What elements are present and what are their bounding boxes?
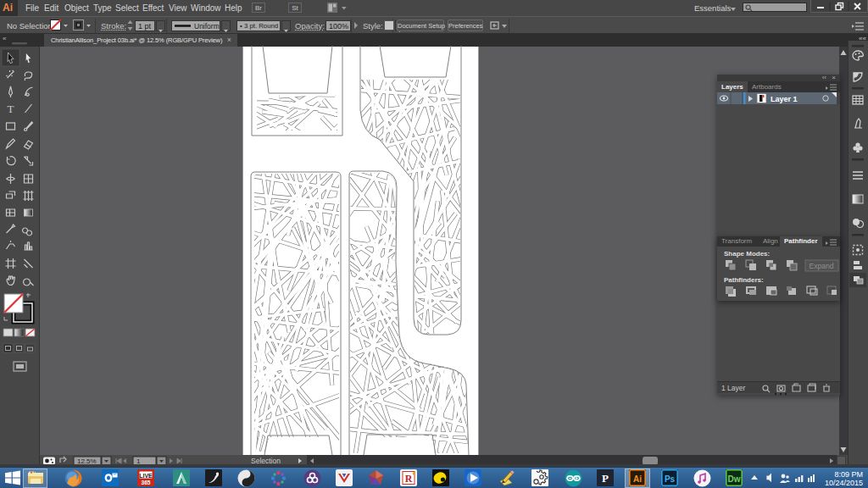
svg-text:Dw: Dw bbox=[728, 474, 741, 484]
svg-text:Pathfinders:: Pathfinders: bbox=[724, 276, 764, 284]
svg-text:Ps: Ps bbox=[665, 474, 676, 484]
svg-text:P: P bbox=[602, 472, 609, 485]
svg-text:««: «« bbox=[859, 35, 866, 42]
svg-text:R: R bbox=[405, 473, 413, 485]
svg-text:Expand: Expand bbox=[810, 262, 834, 270]
svg-text:«: « bbox=[3, 35, 7, 42]
svg-text:LIVE: LIVE bbox=[139, 473, 153, 479]
svg-text:365: 365 bbox=[142, 480, 151, 485]
svg-text:Layer 1: Layer 1 bbox=[771, 95, 798, 103]
svg-text:Uniform: Uniform bbox=[194, 22, 220, 30]
svg-text:T: T bbox=[8, 103, 14, 115]
svg-text:Ai: Ai bbox=[633, 474, 642, 484]
